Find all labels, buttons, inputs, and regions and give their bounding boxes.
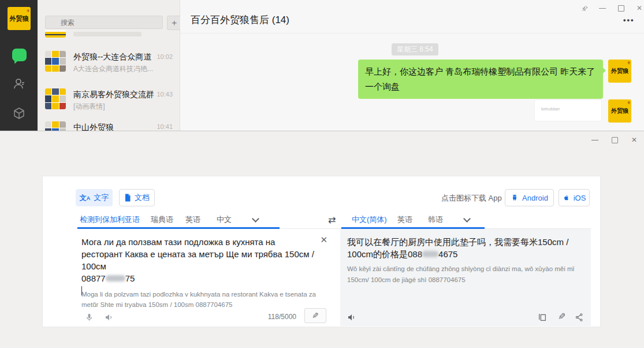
phone-suffix: 75 <box>125 273 135 283</box>
chats-tab[interactable] <box>12 47 27 62</box>
chat-time: 10:02 <box>157 53 173 60</box>
user-avatar-label: 外贸狼 <box>10 14 29 23</box>
registered-mark-icon: ® <box>27 9 29 13</box>
sender-avatar[interactable]: 外贸狼 ® <box>608 99 631 123</box>
copy-icon <box>538 313 547 322</box>
apple-icon <box>563 194 570 202</box>
group-avatar <box>45 51 66 72</box>
sent-message-bubble[interactable]: 早上好，你这边客户 青岛布瑞特橡塑制品有限公司 昨天来了一个询盘 <box>358 60 603 99</box>
add-chat-button[interactable]: ＋ <box>167 16 181 30</box>
minimize-icon: — <box>599 4 606 12</box>
translation-panel: 我可以在餐厅的厨房中使用此垫子吗，我需要每米150cm / 100cm的价格是0… <box>340 229 591 326</box>
ios-label: iOS <box>574 194 586 202</box>
phone-prefix: 08877 <box>81 273 106 283</box>
translator-maximize-button[interactable] <box>609 135 620 145</box>
swap-languages-button[interactable]: ⇄ <box>328 211 336 228</box>
clear-source-button[interactable]: ✕ <box>320 235 327 245</box>
close-button[interactable]: ✕ <box>634 3 644 13</box>
user-avatar[interactable]: 外贸狼 ® <box>8 7 31 30</box>
chat-header-title: 百分百外贸狼售后 (14) <box>191 13 289 27</box>
contacts-tab[interactable] <box>12 76 27 91</box>
source-text-panel[interactable]: Мога ли да ползвам тази подложка в кухня… <box>76 229 334 326</box>
android-download-button[interactable]: Android <box>505 189 554 206</box>
minimize-button[interactable]: — <box>597 3 608 13</box>
phone-prefix: 088 <box>408 249 422 259</box>
message-text: 早上好，你这边客户 青岛布瑞特橡塑制品有限公司 昨天来了一个询盘 <box>365 66 595 91</box>
pin-button[interactable] <box>579 3 590 13</box>
target-lang-tab[interactable]: 英语 <box>397 211 412 228</box>
android-icon <box>511 194 519 202</box>
download-app-hint: 点击图标下载 App <box>441 193 502 203</box>
source-lang-tab-detected[interactable]: 检测到保加利亚语 <box>80 211 140 228</box>
sender-avatar[interactable]: 外贸狼 ® <box>608 60 631 83</box>
pin-icon <box>581 5 589 12</box>
sender-avatar-label: 外贸狼 <box>611 107 628 115</box>
chat-bubble-icon <box>12 49 27 61</box>
android-label: Android <box>522 194 548 202</box>
group-avatar <box>45 88 66 109</box>
chat-time: 10:41 <box>157 123 173 130</box>
source-lang-dropdown[interactable] <box>253 211 258 228</box>
source-romanization: Moga li da polzvam tazi podlozhka v kukh… <box>81 289 329 310</box>
minimize-icon: — <box>591 136 598 144</box>
listen-translation-button[interactable] <box>347 313 356 322</box>
share-translation-button[interactable] <box>575 313 584 322</box>
mic-button[interactable] <box>85 313 94 322</box>
translator-close-button[interactable]: ✕ <box>628 135 640 145</box>
partial-group-avatar[interactable] <box>45 30 66 38</box>
search-input[interactable] <box>45 16 163 29</box>
date-badge: 星期三 8:54 <box>392 43 438 55</box>
header-divider <box>180 33 644 34</box>
source-lang-tab[interactable]: 中文 <box>217 211 232 228</box>
source-phone-line: 0887775 <box>81 272 315 284</box>
cube-icon <box>12 106 26 120</box>
partial-item-text <box>73 32 142 36</box>
text-mode-button[interactable]: 文A 文字 <box>76 189 113 206</box>
source-lang-tab[interactable]: 瑞典语 <box>151 211 173 228</box>
edit-source-button[interactable]: ✎ <box>304 308 326 323</box>
chat-more-button[interactable]: ••• <box>623 16 635 24</box>
contacts-person-icon <box>12 77 26 91</box>
close-icon: ✕ <box>636 4 642 12</box>
ios-download-button[interactable]: iOS <box>559 189 590 206</box>
maximize-icon <box>612 137 618 143</box>
app-window: 外贸狼 ® ＋ 外贸狼--大连合众 <box>0 0 644 348</box>
list-item[interactable]: 南京易客外贸狼交流群 10:43 [动画表情] <box>38 84 180 121</box>
target-lang-tab-selected[interactable]: 中文(简体) <box>352 211 387 228</box>
maximize-icon <box>618 5 624 12</box>
microphone-icon <box>85 313 94 322</box>
close-icon: ✕ <box>631 136 637 144</box>
chat-time: 10:43 <box>157 91 173 98</box>
translation-pinyin: Wǒ kěyǐ zài cāntīng de chúfáng zhōng shǐ… <box>347 264 585 286</box>
translation-text-body: 我可以在餐厅的厨房中使用此垫子吗，我需要每米150cm / 100cm的价格是 <box>347 237 568 259</box>
translator-minimize-button[interactable]: — <box>589 135 601 145</box>
suggest-edit-button[interactable]: ✎ <box>558 311 565 322</box>
phone-suffix: 4675 <box>438 249 457 259</box>
chat-preview: [动画表情] <box>73 102 160 112</box>
document-mode-label: 文档 <box>135 192 150 203</box>
document-mode-button[interactable]: 文档 <box>119 189 155 206</box>
listen-source-button[interactable] <box>105 313 114 322</box>
translate-icon: 文A <box>80 193 91 203</box>
document-icon <box>124 194 131 202</box>
copy-translation-button[interactable] <box>538 313 547 322</box>
speaker-icon <box>347 313 356 322</box>
target-lang-dropdown[interactable] <box>464 211 470 228</box>
link-card-message[interactable]: brtrubber <box>534 99 602 121</box>
registered-mark-icon: ® <box>628 61 630 65</box>
link-card-text: brtrubber <box>541 106 560 112</box>
miniprogram-tab[interactable] <box>12 106 27 121</box>
pencil-icon: ✎ <box>558 311 565 322</box>
plus-icon: ＋ <box>170 17 178 28</box>
share-icon <box>575 313 584 322</box>
target-lang-tab[interactable]: 韩语 <box>428 211 443 228</box>
sender-avatar-label: 外贸狼 <box>611 67 628 75</box>
text-mode-label: 文字 <box>94 192 109 203</box>
maximize-button[interactable] <box>616 3 626 13</box>
list-item[interactable]: 外贸狼--大连合众商道 10:02 A大连合众商道科技冯艳... <box>38 46 180 83</box>
source-text[interactable]: Мога ли да ползвам тази подложка в кухня… <box>81 236 315 295</box>
redaction-blur <box>106 275 125 282</box>
source-lang-tab[interactable]: 英语 <box>185 211 200 228</box>
translation-text: 我可以在餐厅的厨房中使用此垫子吗，我需要每米150cm / 100cm的价格是0… <box>347 236 582 260</box>
chevron-down-icon <box>463 215 471 223</box>
